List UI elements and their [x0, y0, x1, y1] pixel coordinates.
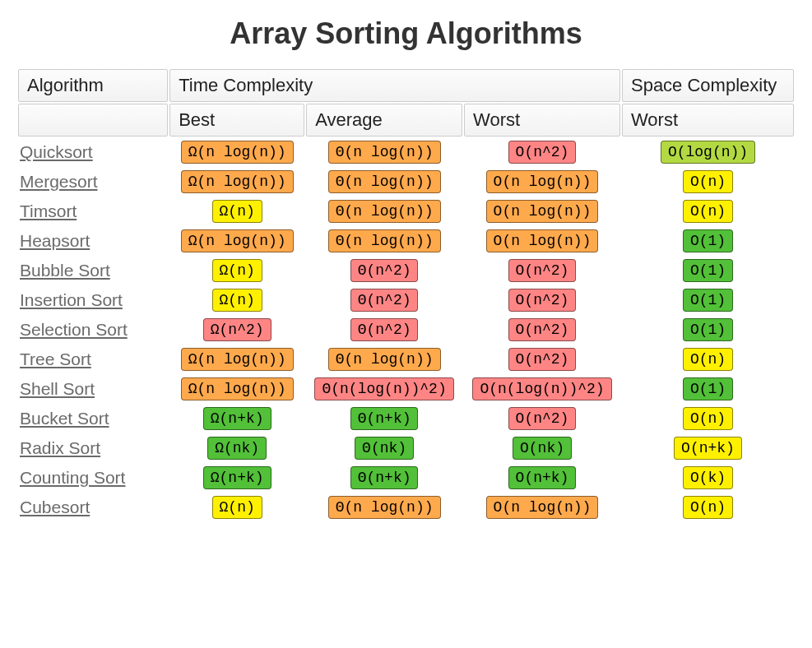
complexity-pill: O(log(n)) [661, 141, 755, 164]
complexity-pill: O(n+k) [508, 466, 577, 489]
complexity-pill: O(nk) [513, 437, 572, 460]
complexity-pill: Θ(n^2) [350, 289, 419, 312]
complexity-pill: Θ(nk) [355, 437, 414, 460]
header-worst: Worst [464, 104, 620, 137]
header-best: Best [169, 104, 304, 137]
algorithm-link[interactable]: Radix Sort [20, 438, 100, 457]
complexity-pill: Ω(n log(n)) [181, 170, 294, 193]
complexity-pill: O(n^2) [508, 348, 577, 371]
table-row: Insertion SortΩ(n)Θ(n^2)O(n^2)O(1) [18, 286, 794, 314]
algorithm-link[interactable]: Tree Sort [20, 349, 91, 368]
complexity-pill: Ω(n) [212, 496, 262, 519]
complexity-pill: Θ(n log(n)) [328, 141, 441, 164]
complexity-pill: Θ(n log(n)) [328, 348, 441, 371]
complexity-pill: O(1) [683, 289, 733, 312]
algorithm-link[interactable]: Bubble Sort [20, 261, 110, 280]
algorithm-link[interactable]: Heapsort [20, 231, 90, 250]
header-time: Time Complexity [169, 69, 620, 102]
complexity-pill: O(1) [683, 229, 733, 252]
table-row: TimsortΩ(n)Θ(n log(n))O(n log(n))O(n) [18, 197, 794, 225]
algorithm-link[interactable]: Cubesort [20, 498, 90, 516]
complexity-pill: O(n^2) [508, 289, 577, 312]
complexity-pill: Ω(n log(n)) [181, 377, 294, 400]
complexity-pill: Θ(n+k) [350, 466, 419, 489]
complexity-pill: Ω(n+k) [203, 407, 271, 430]
page-title: Array Sorting Algorithms [16, 16, 796, 51]
complexity-pill: Ω(n+k) [203, 466, 271, 489]
table-row: Bubble SortΩ(n)Θ(n^2)O(n^2)O(1) [18, 257, 794, 285]
algorithm-link[interactable]: Selection Sort [20, 320, 128, 339]
complexity-pill: O(n^2) [508, 259, 577, 282]
complexity-pill: O(n(log(n))^2) [472, 377, 611, 400]
algorithm-link[interactable]: Quicksort [20, 142, 93, 161]
complexity-pill: Ω(n) [212, 200, 262, 223]
header-space: Space Complexity [622, 69, 794, 102]
complexity-pill: O(n+k) [674, 437, 742, 460]
complexity-pill: Ω(n log(n)) [181, 141, 294, 164]
header-average: Average [306, 104, 462, 137]
complexity-pill: O(n^2) [508, 318, 577, 341]
complexity-pill: Θ(n^2) [350, 259, 419, 282]
complexity-pill: O(n log(n)) [486, 496, 599, 519]
algorithm-link[interactable]: Shell Sort [20, 379, 95, 398]
complexity-pill: O(1) [683, 318, 733, 341]
table-row: Counting SortΩ(n+k)Θ(n+k)O(n+k)O(k) [18, 464, 794, 492]
table-row: Shell SortΩ(n log(n))Θ(n(log(n))^2)O(n(l… [18, 375, 794, 403]
complexity-pill: O(n^2) [508, 407, 577, 430]
complexity-pill: O(n log(n)) [486, 170, 599, 193]
complexity-pill: Θ(n log(n)) [328, 170, 441, 193]
table-row: Tree SortΩ(n log(n))Θ(n log(n))O(n^2)O(n… [18, 345, 794, 373]
complexity-pill: O(n) [683, 407, 733, 430]
complexity-pill: O(n log(n)) [486, 200, 599, 223]
header-space-worst: Worst [622, 104, 794, 137]
table-row: HeapsortΩ(n log(n))Θ(n log(n))O(n log(n)… [18, 227, 794, 255]
complexity-pill: Ω(n^2) [203, 318, 271, 341]
table-row: MergesortΩ(n log(n))Θ(n log(n))O(n log(n… [18, 168, 794, 196]
complexity-pill: Θ(n log(n)) [328, 200, 441, 223]
complexity-pill: Θ(n+k) [350, 407, 419, 430]
complexity-pill: O(n log(n)) [486, 229, 599, 252]
complexity-pill: Θ(n^2) [350, 318, 419, 341]
complexity-pill: O(1) [683, 259, 733, 282]
complexity-pill: Θ(n log(n)) [328, 229, 441, 252]
header-algorithm: Algorithm [18, 69, 168, 102]
table-row: CubesortΩ(n)Θ(n log(n))O(n log(n))O(n) [18, 493, 794, 521]
complexity-pill: Θ(n(log(n))^2) [314, 377, 453, 400]
complexity-pill: Ω(nk) [207, 437, 267, 460]
table-row: Radix SortΩ(nk)Θ(nk)O(nk)O(n+k) [18, 434, 794, 462]
complexity-pill: Ω(n) [212, 259, 262, 282]
algorithm-link[interactable]: Counting Sort [20, 468, 125, 487]
complexity-pill: O(n) [683, 496, 733, 519]
header-empty [18, 104, 168, 137]
complexity-pill: O(n^2) [508, 141, 577, 164]
algorithm-link[interactable]: Mergesort [20, 172, 98, 191]
algorithm-link[interactable]: Bucket Sort [20, 409, 109, 428]
complexity-table: Algorithm Time Complexity Space Complexi… [16, 67, 796, 523]
complexity-pill: O(n) [683, 170, 733, 193]
complexity-pill: O(n) [683, 200, 733, 223]
complexity-pill: Ω(n) [212, 289, 262, 312]
complexity-pill: Θ(n log(n)) [328, 496, 441, 519]
complexity-pill: Ω(n log(n)) [181, 348, 294, 371]
complexity-pill: O(k) [683, 466, 733, 489]
table-row: Bucket SortΩ(n+k)Θ(n+k)O(n^2)O(n) [18, 405, 794, 433]
complexity-pill: O(1) [683, 377, 733, 400]
complexity-pill: Ω(n log(n)) [181, 229, 294, 252]
table-row: Selection SortΩ(n^2)Θ(n^2)O(n^2)O(1) [18, 316, 794, 344]
complexity-pill: O(n) [683, 348, 733, 371]
algorithm-link[interactable]: Insertion Sort [20, 290, 123, 309]
algorithm-link[interactable]: Timsort [20, 201, 77, 220]
table-row: QuicksortΩ(n log(n))Θ(n log(n))O(n^2)O(l… [18, 138, 794, 166]
